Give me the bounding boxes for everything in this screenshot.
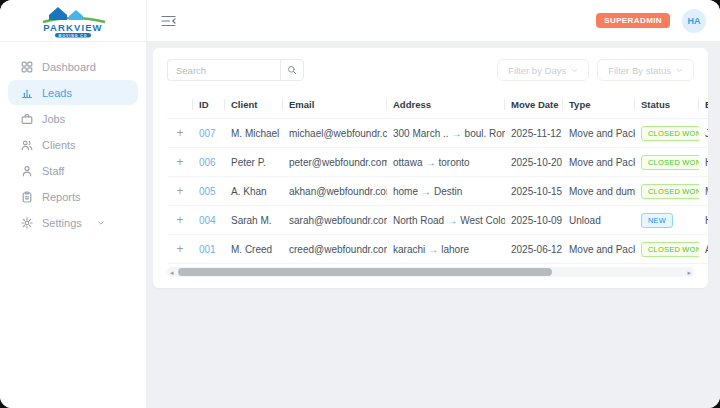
column-header-address: Address bbox=[387, 91, 505, 119]
client-name: A. Khan bbox=[225, 177, 283, 206]
address-from: home bbox=[393, 186, 418, 197]
filters: Filter by Days Filter By status bbox=[497, 59, 694, 81]
row-expand-button[interactable]: + bbox=[167, 177, 193, 206]
sidebar: PARKVIEW MOVING CO DashboardLeadsJobsCli… bbox=[0, 0, 147, 408]
sidebar-item-label: Jobs bbox=[42, 113, 65, 125]
lead-id[interactable]: 004 bbox=[193, 206, 225, 235]
move-type: Move and Pack bbox=[563, 235, 635, 264]
chevron-down-icon bbox=[571, 65, 578, 76]
estimator-name: Haidar Al bbox=[699, 206, 708, 235]
status-badge: NEW bbox=[641, 213, 673, 228]
move-type: Unload bbox=[563, 206, 635, 235]
content-area: Filter by Days Filter By status bbox=[147, 42, 720, 408]
table-row: +005A. Khanakhan@webfoundr.comhome→Desti… bbox=[167, 177, 708, 206]
settings-icon bbox=[21, 217, 33, 229]
column-header-status: Status bbox=[635, 91, 699, 119]
svg-text:PARKVIEW: PARKVIEW bbox=[43, 22, 102, 33]
row-expand-button[interactable]: + bbox=[167, 206, 193, 235]
address-cell: home→Destin bbox=[387, 177, 505, 206]
sidebar-item-leads[interactable]: Leads bbox=[8, 80, 138, 105]
arrow-right-icon: → bbox=[418, 186, 434, 197]
address-cell: 300 March ..→boul. Romé... bbox=[387, 119, 505, 148]
filter-by-status-button[interactable]: Filter By status bbox=[597, 59, 694, 81]
status-badge: CLOSED WON bbox=[641, 155, 699, 170]
sidebar-item-dashboard[interactable]: Dashboard bbox=[8, 54, 138, 79]
client-email: peter@webfoundr.com bbox=[283, 148, 387, 177]
staff-icon bbox=[21, 165, 33, 177]
column-header-estimator: Estimator bbox=[699, 91, 708, 119]
sidebar-nav: DashboardLeadsJobsClientsStaffReportsSet… bbox=[0, 42, 146, 247]
arrow-right-icon: → bbox=[444, 215, 460, 226]
search-input[interactable] bbox=[167, 59, 280, 81]
estimator-name: John Test bbox=[699, 119, 708, 148]
arrow-right-icon: → bbox=[449, 128, 465, 139]
move-date: 2025-10-20 bbox=[505, 148, 563, 177]
address-from: 300 March .. bbox=[393, 128, 449, 139]
lead-id[interactable]: 005 bbox=[193, 177, 225, 206]
table-row: +007M. Michaelmichael@webfoundr.com300 M… bbox=[167, 119, 708, 148]
sidebar-item-reports[interactable]: Reports bbox=[8, 184, 138, 209]
card-toolbar: Filter by Days Filter By status bbox=[153, 59, 708, 91]
client-name: Peter P. bbox=[225, 148, 283, 177]
lead-id[interactable]: 001 bbox=[193, 235, 225, 264]
scroll-right-icon[interactable]: ▸ bbox=[687, 269, 691, 276]
filter-by-status-label: Filter By status bbox=[608, 65, 671, 76]
chevron-down-icon bbox=[676, 65, 683, 76]
leads-table-wrap: IDClientEmailAddressMove DateTypeStatusE… bbox=[153, 91, 708, 264]
client-email: creed@webfoundr.com bbox=[283, 235, 387, 264]
sidebar-item-label: Clients bbox=[42, 139, 76, 151]
client-email: sarah@webfoundr.com bbox=[283, 206, 387, 235]
status-badge: CLOSED WON bbox=[641, 184, 699, 199]
row-expand-button[interactable]: + bbox=[167, 119, 193, 148]
sidebar-item-label: Staff bbox=[42, 165, 64, 177]
scroll-left-icon[interactable]: ◂ bbox=[170, 269, 174, 276]
sidebar-item-clients[interactable]: Clients bbox=[8, 132, 138, 157]
column-header-expand bbox=[167, 91, 193, 119]
sidebar-collapse-icon[interactable] bbox=[161, 14, 177, 28]
arrow-right-icon: → bbox=[425, 244, 441, 255]
row-expand-button[interactable]: + bbox=[167, 148, 193, 177]
address-from: karachi bbox=[393, 244, 425, 255]
client-name: M. Creed bbox=[225, 235, 283, 264]
search-button[interactable] bbox=[280, 59, 304, 81]
sidebar-item-settings[interactable]: Settings bbox=[8, 210, 138, 235]
filter-by-days-button[interactable]: Filter by Days bbox=[497, 59, 589, 81]
sidebar-item-label: Reports bbox=[42, 191, 81, 203]
client-email: akhan@webfoundr.com bbox=[283, 177, 387, 206]
table-row: +004Sarah M.sarah@webfoundr.comNorth Roa… bbox=[167, 206, 708, 235]
estimator-name: Arbab Ar bbox=[699, 235, 708, 264]
estimator-name: Haidar Al bbox=[699, 148, 708, 177]
row-expand-button[interactable]: + bbox=[167, 235, 193, 264]
status-cell: CLOSED WON bbox=[635, 235, 699, 264]
horizontal-scrollbar[interactable]: ◂ ▸ bbox=[167, 267, 694, 277]
table-header-row: IDClientEmailAddressMove DateTypeStatusE… bbox=[167, 91, 708, 119]
svg-text:MOVING CO: MOVING CO bbox=[59, 34, 88, 38]
table-body: +007M. Michaelmichael@webfoundr.com300 M… bbox=[167, 119, 708, 264]
parkview-logo-graphic: PARKVIEW MOVING CO bbox=[31, 2, 115, 39]
sidebar-item-jobs[interactable]: Jobs bbox=[8, 106, 138, 131]
lead-id[interactable]: 007 bbox=[193, 119, 225, 148]
address-from: North Road bbox=[393, 215, 444, 226]
leads-table: IDClientEmailAddressMove DateTypeStatusE… bbox=[167, 91, 708, 264]
sidebar-item-staff[interactable]: Staff bbox=[8, 158, 138, 183]
address-to: lahore bbox=[441, 244, 469, 255]
search-group bbox=[167, 59, 304, 81]
address-cell: ottawa→toronto bbox=[387, 148, 505, 177]
scrollbar-thumb[interactable] bbox=[178, 268, 552, 276]
lead-id[interactable]: 006 bbox=[193, 148, 225, 177]
table-row: +001M. Creedcreed@webfoundr.comkarachi→l… bbox=[167, 235, 708, 264]
status-badge: CLOSED WON bbox=[641, 126, 699, 141]
arrow-right-icon: → bbox=[422, 157, 438, 168]
status-cell: CLOSED WON bbox=[635, 148, 699, 177]
column-header-id: ID bbox=[193, 91, 225, 119]
estimator-name: Maida Ze bbox=[699, 177, 708, 206]
status-cell: NEW bbox=[635, 206, 699, 235]
move-type: Move and Pack bbox=[563, 148, 635, 177]
leads-card: Filter by Days Filter By status bbox=[153, 48, 708, 288]
address-to: Destin bbox=[434, 186, 462, 197]
clients-icon bbox=[21, 139, 33, 151]
status-badge: CLOSED WON bbox=[641, 242, 699, 257]
user-avatar[interactable]: HA bbox=[682, 9, 706, 33]
table-row: +006Peter P.peter@webfoundr.comottawa→to… bbox=[167, 148, 708, 177]
address-to: West Colony bbox=[460, 215, 505, 226]
